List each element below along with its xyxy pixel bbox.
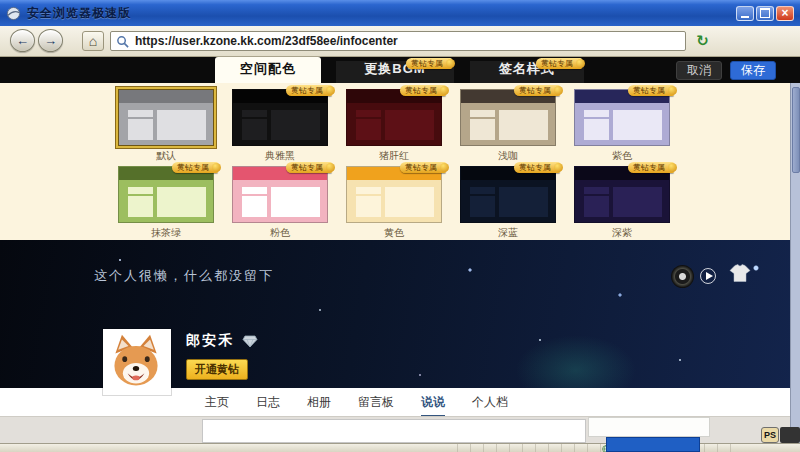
address-bar[interactable]: https://user.kzone.kk.com/23df58ee/infoc…	[110, 31, 686, 51]
swatch-box	[242, 196, 267, 217]
qzone-nav-item[interactable]: 个人档	[472, 389, 508, 415]
tab-label: 空间配色	[240, 60, 296, 83]
signature-text: 这个人很懒，什么都没留下	[94, 267, 274, 285]
qzone-nav-item[interactable]: 日志	[256, 389, 280, 415]
close-button[interactable]: ×	[776, 6, 794, 21]
photoshop-overlay-icon[interactable]: PS	[761, 427, 779, 443]
search-icon	[116, 35, 129, 48]
swatch-box	[613, 187, 662, 217]
theme-label: 紫色	[574, 149, 670, 163]
theme-preview-thumbnail[interactable]: 黄钻专属	[118, 166, 214, 223]
theme-swatch-7[interactable]: 黄钻专属黄色	[346, 166, 442, 240]
theme-label: 默认	[118, 149, 214, 163]
gray-diamond-icon	[242, 335, 258, 348]
theme-preview-thumbnail[interactable]: 黄钻专属	[346, 166, 442, 223]
play-button-icon[interactable]	[700, 268, 716, 284]
tab-space-color[interactable]: 空间配色	[215, 57, 321, 83]
back-button[interactable]: ←	[10, 29, 35, 52]
theme-swatch-8[interactable]: 黄钻专属深蓝	[460, 166, 556, 240]
swatch-box	[470, 187, 495, 194]
theme-swatch-9[interactable]: 黄钻专属深紫	[574, 166, 670, 240]
yellow-diamond-badge: 黄钻专属	[628, 85, 674, 96]
side-white-box	[588, 417, 710, 437]
theme-preview-thumbnail[interactable]: 黄钻专属	[574, 89, 670, 146]
avatar[interactable]	[103, 329, 171, 395]
theme-swatch-6[interactable]: 黄钻专属粉色	[232, 166, 328, 240]
theme-preview-thumbnail[interactable]	[118, 89, 214, 146]
tab-change-bgm[interactable]: 黄钻专属 更换BGM	[336, 61, 454, 83]
yellow-diamond-badge: 黄钻专属	[172, 162, 218, 173]
browser-toolbar: ← → ⌂ https://user.kzone.kk.com/23df58ee…	[0, 26, 800, 57]
swatch-box	[128, 119, 153, 140]
qzone-nav-item[interactable]: 说说	[421, 389, 445, 416]
url-text: https://user.kzone.kk.com/23df58ee/infoc…	[135, 34, 398, 48]
theme-swatch-0[interactable]: 默认	[118, 89, 214, 163]
window-title: 安全浏览器极速版	[27, 5, 131, 22]
page-scrollbar[interactable]	[790, 83, 800, 443]
yellow-diamond-badge: 黄钻专属	[400, 85, 446, 96]
browser-window: 安全浏览器极速版 × ← → ⌂ https://user.kzone.kk.c…	[0, 0, 800, 452]
yellow-diamond-badge: 黄钻专属	[514, 162, 560, 173]
theme-label: 深蓝	[460, 226, 556, 240]
open-yellow-diamond-button[interactable]: 开通黄钻	[186, 359, 248, 380]
theme-label: 抹茶绿	[118, 226, 214, 240]
forward-button[interactable]: →	[38, 29, 63, 52]
theme-label: 粉色	[232, 226, 328, 240]
shiba-dog-avatar-image	[105, 331, 167, 391]
tab-signature-style[interactable]: 黄钻专属 签名样式	[470, 61, 584, 83]
yellow-diamond-badge: 黄钻专属	[536, 58, 582, 69]
theme-preview-thumbnail[interactable]: 黄钻专属	[460, 166, 556, 223]
publish-button[interactable]	[606, 437, 700, 452]
swatch-box	[271, 110, 320, 140]
overlay-dark-box	[780, 427, 800, 443]
qzone-nav-item[interactable]: 留言板	[358, 389, 394, 415]
theme-preview-thumbnail[interactable]: 黄钻专属	[460, 89, 556, 146]
yellow-diamond-badge: 黄钻专属	[286, 85, 332, 96]
home-icon: ⌂	[89, 33, 97, 49]
post-input-box[interactable]	[202, 419, 586, 443]
theme-dialog-header: 空间配色 黄钻专属 更换BGM 黄钻专属 签名样式 取消 保存	[0, 57, 800, 83]
theme-preview-thumbnail[interactable]: 黄钻专属	[346, 89, 442, 146]
swatch-box	[356, 110, 381, 117]
theme-label: 猪肝红	[346, 149, 442, 163]
swatch-box	[584, 119, 609, 140]
maximize-button[interactable]	[756, 6, 774, 21]
music-disc-icon[interactable]	[671, 265, 694, 288]
home-button[interactable]: ⌂	[82, 31, 104, 51]
forward-arrow-icon: →	[44, 33, 57, 48]
swatch-box	[470, 110, 495, 117]
refresh-button[interactable]: ↻	[692, 31, 713, 51]
scrollbar-thumb[interactable]	[792, 87, 800, 173]
swatch-box	[499, 187, 548, 217]
profile-name: 郎安禾	[186, 332, 234, 350]
swatch-box	[128, 110, 153, 117]
swatch-box	[584, 187, 609, 194]
swatch-box	[242, 187, 267, 194]
yellow-diamond-badge: 黄钻专属	[406, 58, 452, 69]
swatch-box	[385, 110, 434, 140]
theme-preview-thumbnail[interactable]: 黄钻专属	[574, 166, 670, 223]
theme-label: 典雅黑	[232, 149, 328, 163]
qzone-nav-item[interactable]: 相册	[307, 389, 331, 415]
save-button[interactable]: 保存	[730, 61, 776, 80]
swatch-header-band	[119, 90, 213, 103]
swatch-box	[470, 119, 495, 140]
title-bar: 安全浏览器极速版 ×	[0, 0, 800, 26]
cancel-button[interactable]: 取消	[676, 61, 722, 80]
theme-panel: 默认黄钻专属典雅黑黄钻专属猪肝红黄钻专属浅咖黄钻专属紫色黄钻专属抹茶绿黄钻专属粉…	[0, 83, 800, 240]
qzone-nav-item[interactable]: 主页	[205, 389, 229, 415]
theme-preview-thumbnail[interactable]: 黄钻专属	[232, 89, 328, 146]
theme-swatch-3[interactable]: 黄钻专属浅咖	[460, 89, 556, 163]
theme-swatch-4[interactable]: 黄钻专属紫色	[574, 89, 670, 163]
theme-label: 深紫	[574, 226, 670, 240]
minimize-button[interactable]	[736, 6, 754, 21]
swatch-box	[584, 110, 609, 117]
swatch-box	[356, 196, 381, 217]
yellow-diamond-badge: 黄钻专属	[400, 162, 446, 173]
theme-swatch-5[interactable]: 黄钻专属抹茶绿	[118, 166, 214, 240]
dressup-shirt-icon[interactable]	[729, 264, 751, 283]
theme-swatch-1[interactable]: 黄钻专属典雅黑	[232, 89, 328, 163]
theme-swatch-2[interactable]: 黄钻专属猪肝红	[346, 89, 442, 163]
theme-grid: 默认黄钻专属典雅黑黄钻专属猪肝红黄钻专属浅咖黄钻专属紫色黄钻专属抹茶绿黄钻专属粉…	[118, 89, 670, 240]
theme-preview-thumbnail[interactable]: 黄钻专属	[232, 166, 328, 223]
